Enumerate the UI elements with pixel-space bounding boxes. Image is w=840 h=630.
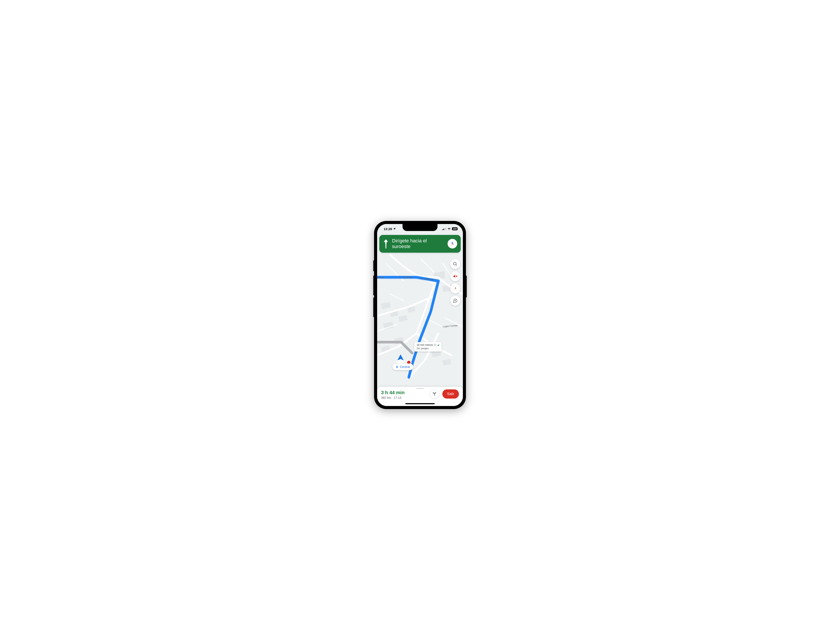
recenter-button[interactable]: Centrar (392, 363, 413, 370)
volume-muted-icon (453, 274, 458, 279)
svg-rect-1 (444, 229, 444, 230)
navigation-arrow-icon (395, 365, 399, 368)
phone-side-button (466, 276, 467, 297)
phone-frame: 13:29 100 (374, 221, 466, 409)
svg-rect-19 (385, 246, 387, 247)
svg-point-28 (396, 359, 405, 363)
street-label: C. Centinela (399, 275, 412, 278)
svg-rect-3 (445, 227, 446, 230)
straight-arrow-icon (383, 239, 389, 248)
map-controls (450, 259, 460, 306)
svg-point-27 (435, 344, 435, 345)
compass-button[interactable] (450, 284, 460, 294)
voice-search-button[interactable] (448, 239, 457, 248)
compass-icon (453, 286, 458, 291)
street-label: tinela (378, 276, 384, 279)
cellular-signal-icon (442, 227, 446, 230)
speech-plus-icon (453, 298, 458, 303)
exit-label: Salir (447, 392, 454, 396)
eta-duration: 3 h 44 min (381, 390, 426, 395)
mute-button[interactable] (450, 271, 460, 281)
home-indicator[interactable] (405, 403, 435, 404)
alt-route-callout[interactable]: 18 min menos Sin peajes (414, 342, 442, 352)
search-icon (453, 262, 458, 267)
location-arrow-icon (393, 227, 396, 231)
svg-rect-2 (445, 228, 445, 230)
svg-rect-18 (385, 245, 387, 246)
callout-time-saved: 18 min menos (417, 343, 433, 347)
svg-line-22 (456, 265, 457, 266)
screen: 13:29 100 (377, 224, 463, 406)
battery-level: 100 (452, 227, 458, 231)
direction-banner[interactable]: Dirígete hacia el suroeste (379, 235, 461, 253)
svg-rect-20 (385, 248, 387, 248)
exit-button[interactable]: Salir (442, 389, 459, 399)
recenter-label: Centrar (400, 365, 410, 369)
report-button[interactable] (450, 296, 460, 306)
phone-notch (403, 224, 437, 231)
sheet-handle[interactable] (416, 388, 424, 389)
status-time: 13:29 (384, 227, 392, 231)
callout-tolls: Sin peajes (417, 347, 439, 351)
svg-point-21 (453, 262, 456, 265)
eta-distance-arrival: 382 km · 17:13 (381, 396, 426, 399)
route-options-icon (432, 392, 437, 396)
microphone-icon (450, 242, 455, 246)
direction-instruction: Dirígete hacia el suroeste (392, 238, 445, 249)
info-icon (434, 344, 436, 346)
routes-button[interactable] (429, 389, 439, 399)
wifi-icon (447, 227, 451, 230)
search-button[interactable] (450, 259, 460, 269)
leaf-icon (437, 344, 439, 346)
svg-rect-0 (442, 229, 443, 230)
current-position-marker (395, 353, 406, 365)
